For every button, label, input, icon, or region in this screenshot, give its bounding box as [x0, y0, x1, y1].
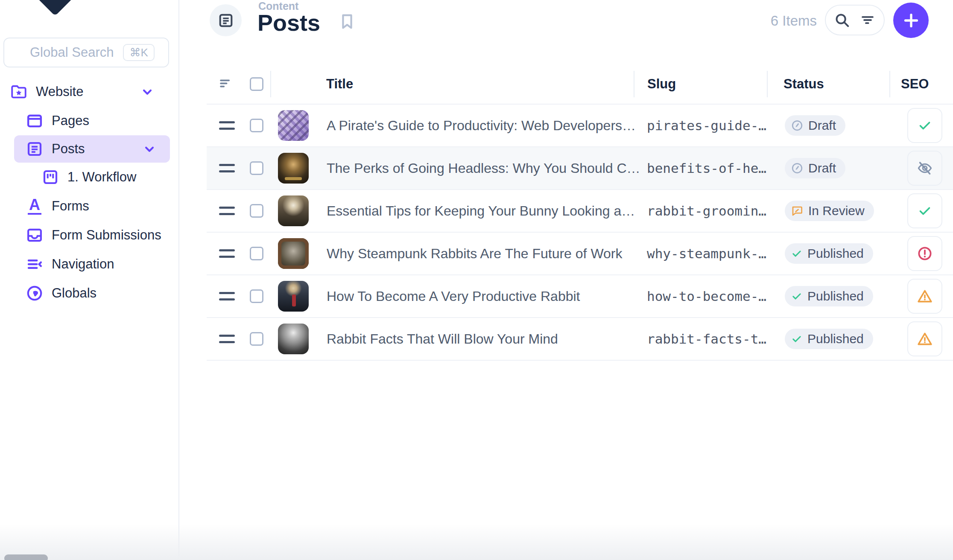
table-row[interactable]: A Pirate's Guide to Productivity: Web De… — [207, 105, 953, 147]
table-row[interactable]: How To Become A Very Productive Rabbit h… — [207, 275, 953, 318]
manual-sort-icon[interactable] — [218, 76, 234, 92]
draft-icon — [791, 162, 804, 175]
post-thumbnail — [278, 324, 309, 354]
error-icon — [917, 245, 933, 262]
sidebar-item-website[interactable]: Website — [0, 77, 179, 106]
table-row[interactable]: Why Steampunk Rabbits Are The Future of … — [207, 233, 953, 275]
table-row[interactable]: Rabbit Facts That Will Blow Your Mind ra… — [207, 318, 953, 361]
globe-icon — [26, 284, 44, 302]
inbox-icon — [26, 226, 44, 244]
sidebar-item-label: Navigation — [52, 257, 114, 272]
row-checkbox[interactable] — [250, 204, 263, 218]
sidebar-item-pages[interactable]: Pages — [0, 106, 179, 135]
seo-indicator — [907, 193, 942, 228]
chevron-down-icon[interactable] — [141, 141, 158, 157]
post-title: Essential Tips for Keeping Your Bunny Lo… — [327, 203, 635, 219]
brand: Directus — [0, 0, 179, 15]
sidebar-item-workflow[interactable]: 1. Workflow — [0, 163, 179, 192]
published-icon — [791, 290, 803, 302]
row-checkbox[interactable] — [250, 247, 263, 260]
post-title: A Pirate's Guide to Productivity: Web De… — [327, 118, 636, 134]
eye-off-icon — [917, 160, 933, 176]
items-count: 6 Items — [771, 13, 817, 29]
kanban-icon — [41, 168, 59, 186]
sidebar-item-form-submissions[interactable]: Form Submissions — [0, 221, 179, 250]
row-checkbox[interactable] — [250, 332, 263, 346]
post-slug: why-steampunk-… — [634, 246, 767, 261]
status-badge: Published — [785, 329, 873, 349]
sidebar-item-label: Form Submissions — [52, 228, 161, 243]
chevron-down-icon[interactable] — [139, 84, 155, 100]
column-divider — [767, 71, 768, 97]
select-all-checkbox[interactable] — [250, 77, 263, 91]
table-row[interactable]: The Perks of Going Headless: Why You Sho… — [207, 147, 953, 190]
drag-handle-icon[interactable] — [219, 335, 235, 343]
row-checkbox[interactable] — [250, 119, 263, 132]
post-title: Rabbit Facts That Will Blow Your Mind — [327, 331, 558, 347]
post-slug: rabbit-groomin… — [634, 203, 767, 219]
drag-handle-icon[interactable] — [219, 249, 235, 258]
drag-handle-icon[interactable] — [219, 292, 235, 300]
row-checkbox[interactable] — [250, 289, 263, 303]
sidebar-item-globals[interactable]: Globals — [0, 279, 179, 308]
post-slug: pirates-guide-… — [634, 118, 767, 133]
published-icon — [791, 333, 803, 345]
seo-indicator — [907, 151, 942, 186]
check-icon — [917, 203, 933, 219]
column-header-title[interactable]: Title — [270, 76, 634, 92]
brand-name: Directus — [114, 0, 179, 3]
warning-icon — [917, 331, 933, 347]
post-thumbnail — [278, 281, 309, 312]
post-thumbnail — [278, 110, 309, 141]
post-slug: how-to-become-… — [634, 289, 767, 304]
column-divider — [270, 71, 271, 97]
row-checkbox[interactable] — [250, 161, 263, 175]
main-content: Content Posts 6 Items — [179, 0, 953, 560]
collection-icon-button[interactable] — [210, 4, 242, 36]
bookmark-icon[interactable] — [337, 12, 357, 31]
seo-indicator — [907, 108, 942, 143]
folder-star-icon — [10, 83, 28, 101]
post-title: The Perks of Going Headless: Why You Sho… — [327, 160, 640, 176]
table-row[interactable]: Essential Tips for Keeping Your Bunny Lo… — [207, 190, 953, 233]
column-divider — [889, 71, 890, 97]
draft-icon — [791, 119, 804, 132]
check-icon — [917, 118, 933, 133]
in-review-icon — [791, 204, 804, 217]
global-search-input[interactable]: Global Search ⌘K — [3, 38, 169, 67]
column-header-status[interactable]: Status — [767, 76, 889, 92]
status-badge: Draft — [785, 158, 845, 178]
sidebar-nav: Website Pages — [0, 77, 179, 308]
sidebar-item-label: Globals — [52, 286, 96, 301]
letter-a-icon: A — [26, 197, 44, 215]
directus-logo-icon — [33, 0, 78, 16]
status-badge: In Review — [785, 201, 874, 221]
sidebar-item-label: Posts — [52, 141, 85, 157]
table-header-gutter — [207, 64, 270, 104]
add-item-button[interactable] — [893, 3, 929, 38]
column-header-seo[interactable]: SEO — [889, 76, 953, 92]
status-badge: Published — [785, 286, 873, 306]
search-filter-toolbar — [825, 5, 885, 35]
filter-icon[interactable] — [859, 12, 876, 28]
post-thumbnail — [278, 238, 309, 269]
directus-app: Directus Global Search ⌘K Website — [0, 0, 953, 560]
column-header-slug[interactable]: Slug — [634, 76, 767, 92]
drag-handle-icon[interactable] — [219, 121, 235, 130]
table-header: Title Slug Status SEO — [207, 64, 953, 105]
sidebar-item-label: Forms — [52, 198, 89, 214]
drag-handle-icon[interactable] — [219, 164, 235, 172]
post-slug: benefits-of-he… — [634, 160, 767, 176]
article-icon — [26, 140, 44, 158]
sidebar-item-label: Pages — [52, 113, 89, 128]
drag-handle-icon[interactable] — [219, 207, 235, 215]
sidebar-item-forms[interactable]: A Forms — [0, 192, 179, 221]
seo-indicator — [907, 236, 942, 271]
post-title: How To Become A Very Productive Rabbit — [327, 289, 580, 304]
sidebar-item-posts[interactable]: Posts — [14, 135, 170, 163]
published-icon — [791, 248, 803, 260]
sidebar-item-navigation[interactable]: Navigation — [0, 250, 179, 279]
search-icon[interactable] — [834, 12, 850, 28]
menu-open-icon — [26, 255, 44, 273]
posts-table: Title Slug Status SEO A Pirate's Guide t… — [207, 64, 953, 361]
